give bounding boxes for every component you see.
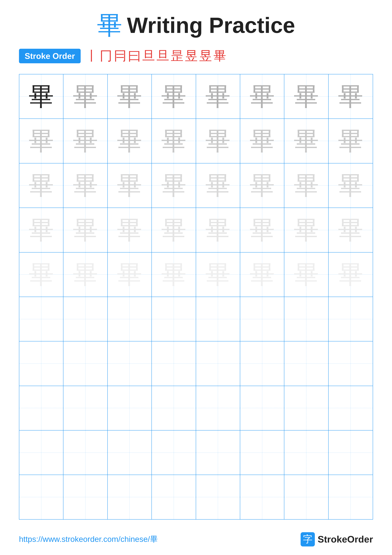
grid-cell-8-1[interactable] — [19, 386, 64, 430]
grid-cell-10-7[interactable] — [284, 475, 328, 519]
grid-row-3: 畢 畢 畢 畢 畢 畢 畢 畢 — [19, 163, 373, 208]
grid-cell-6-1[interactable] — [19, 297, 64, 341]
practice-char: 畢 — [338, 84, 363, 109]
grid-cell-2-3[interactable]: 畢 — [108, 119, 152, 163]
grid-cell-5-1[interactable]: 畢 — [19, 253, 64, 297]
grid-cell-7-3[interactable] — [108, 341, 152, 386]
grid-cell-7-6[interactable] — [240, 341, 284, 386]
grid-cell-10-1[interactable] — [19, 475, 64, 519]
grid-cell-10-2[interactable] — [64, 475, 107, 519]
grid-cell-5-8[interactable]: 畢 — [328, 253, 373, 297]
grid-cell-9-8[interactable] — [328, 431, 373, 475]
grid-row-4: 畢 畢 畢 畢 畢 畢 畢 畢 — [19, 208, 373, 252]
grid-cell-1-8[interactable]: 畢 — [328, 74, 373, 118]
grid-cell-9-3[interactable] — [108, 431, 152, 475]
grid-cell-9-5[interactable] — [196, 431, 240, 475]
grid-cell-6-7[interactable] — [284, 297, 328, 341]
stroke-8: 昱 — [185, 47, 198, 65]
grid-cell-1-3[interactable]: 畢 — [108, 74, 152, 118]
grid-cell-1-1[interactable]: 畢 — [19, 74, 64, 118]
grid-cell-7-7[interactable] — [284, 341, 328, 386]
grid-cell-3-4[interactable]: 畢 — [152, 163, 196, 208]
grid-row-6 — [19, 297, 373, 341]
grid-cell-10-6[interactable] — [240, 475, 284, 519]
grid-cell-4-5[interactable]: 畢 — [196, 208, 240, 252]
grid-cell-9-4[interactable] — [152, 431, 196, 475]
grid-cell-8-3[interactable] — [108, 386, 152, 430]
grid-cell-2-5[interactable]: 畢 — [196, 119, 240, 163]
practice-char: 畢 — [249, 173, 275, 198]
grid-cell-4-8[interactable]: 畢 — [328, 208, 373, 252]
grid-cell-5-4[interactable]: 畢 — [152, 253, 196, 297]
grid-cell-8-5[interactable] — [196, 386, 240, 430]
grid-cell-2-8[interactable]: 畢 — [328, 119, 373, 163]
grid-cell-8-2[interactable] — [64, 386, 107, 430]
grid-cell-5-6[interactable]: 畢 — [240, 253, 284, 297]
grid-cell-9-1[interactable] — [19, 431, 64, 475]
grid-cell-2-4[interactable]: 畢 — [152, 119, 196, 163]
grid-cell-8-6[interactable] — [240, 386, 284, 430]
grid-cell-7-2[interactable] — [64, 341, 107, 386]
grid-cell-2-1[interactable]: 畢 — [19, 119, 64, 163]
grid-cell-5-3[interactable]: 畢 — [108, 253, 152, 297]
grid-cell-1-2[interactable]: 畢 — [64, 74, 107, 118]
grid-cell-5-5[interactable]: 畢 — [196, 253, 240, 297]
grid-cell-3-2[interactable]: 畢 — [64, 163, 107, 208]
grid-cell-1-4[interactable]: 畢 — [152, 74, 196, 118]
stroke-order-chars: 丨 冂 冃 曰 旦 旦 昰 昱 昱 畢 — [86, 47, 226, 65]
grid-cell-1-5[interactable]: 畢 — [196, 74, 240, 118]
grid-cell-4-3[interactable]: 畢 — [108, 208, 152, 252]
grid-cell-7-5[interactable] — [196, 341, 240, 386]
grid-cell-3-6[interactable]: 畢 — [240, 163, 284, 208]
stroke-9: 昱 — [199, 47, 212, 65]
grid-cell-3-3[interactable]: 畢 — [108, 163, 152, 208]
practice-char: 畢 — [161, 128, 186, 154]
grid-cell-1-6[interactable]: 畢 — [240, 74, 284, 118]
grid-cell-4-1[interactable]: 畢 — [19, 208, 64, 252]
grid-cell-6-3[interactable] — [108, 297, 152, 341]
grid-cell-2-7[interactable]: 畢 — [284, 119, 328, 163]
grid-cell-8-7[interactable] — [284, 386, 328, 430]
grid-cell-10-8[interactable] — [328, 475, 373, 519]
grid-cell-5-7[interactable]: 畢 — [284, 253, 328, 297]
grid-cell-3-7[interactable]: 畢 — [284, 163, 328, 208]
footer-url[interactable]: https://www.strokeorder.com/chinese/畢 — [19, 534, 158, 545]
grid-cell-7-8[interactable] — [328, 341, 373, 386]
grid-cell-3-1[interactable]: 畢 — [19, 163, 64, 208]
grid-row-1: 畢 畢 畢 畢 畢 畢 畢 畢 — [19, 74, 373, 119]
practice-char: 畢 — [205, 262, 231, 287]
grid-cell-8-8[interactable] — [328, 386, 373, 430]
title-area: 畢 Writing Practice — [97, 13, 295, 38]
practice-char: 畢 — [249, 128, 275, 154]
grid-cell-3-5[interactable]: 畢 — [196, 163, 240, 208]
grid-cell-6-2[interactable] — [64, 297, 107, 341]
stroke-2: 冂 — [100, 47, 112, 65]
grid-cell-5-2[interactable]: 畢 — [64, 253, 107, 297]
practice-char: 畢 — [29, 128, 54, 154]
grid-cell-10-5[interactable] — [196, 475, 240, 519]
grid-cell-7-1[interactable] — [19, 341, 64, 386]
grid-cell-10-4[interactable] — [152, 475, 196, 519]
footer: https://www.strokeorder.com/chinese/畢 字 … — [19, 532, 373, 547]
grid-cell-9-2[interactable] — [64, 431, 107, 475]
stroke-order-badge: Stroke Order — [19, 49, 81, 63]
grid-cell-6-8[interactable] — [328, 297, 373, 341]
grid-cell-2-6[interactable]: 畢 — [240, 119, 284, 163]
practice-char: 畢 — [73, 262, 98, 287]
grid-cell-2-2[interactable]: 畢 — [64, 119, 107, 163]
grid-cell-10-3[interactable] — [108, 475, 152, 519]
grid-cell-9-7[interactable] — [284, 431, 328, 475]
grid-cell-4-4[interactable]: 畢 — [152, 208, 196, 252]
grid-cell-9-6[interactable] — [240, 431, 284, 475]
grid-cell-4-2[interactable]: 畢 — [64, 208, 107, 252]
title-chinese-char: 畢 — [97, 13, 122, 38]
grid-cell-6-4[interactable] — [152, 297, 196, 341]
grid-cell-4-6[interactable]: 畢 — [240, 208, 284, 252]
grid-cell-6-5[interactable] — [196, 297, 240, 341]
grid-cell-8-4[interactable] — [152, 386, 196, 430]
grid-cell-1-7[interactable]: 畢 — [284, 74, 328, 118]
grid-cell-6-6[interactable] — [240, 297, 284, 341]
grid-cell-3-8[interactable]: 畢 — [328, 163, 373, 208]
grid-cell-7-4[interactable] — [152, 341, 196, 386]
grid-cell-4-7[interactable]: 畢 — [284, 208, 328, 252]
